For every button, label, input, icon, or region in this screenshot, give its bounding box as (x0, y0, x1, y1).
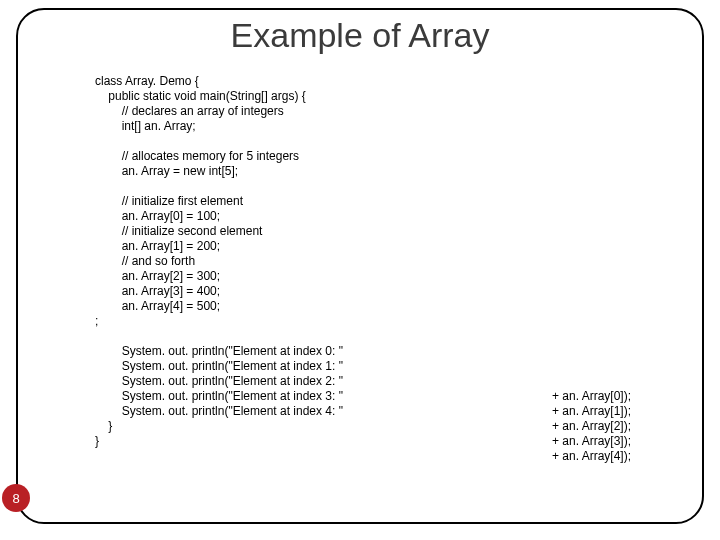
code-block-left: class Array. Demo { public static void m… (95, 74, 343, 449)
slide: Example of Array class Array. Demo { pub… (0, 0, 720, 540)
code-block-right: + an. Array[0]); + an. Array[1]); + an. … (552, 389, 631, 464)
page-number-badge: 8 (2, 484, 30, 512)
slide-title: Example of Array (0, 16, 720, 55)
